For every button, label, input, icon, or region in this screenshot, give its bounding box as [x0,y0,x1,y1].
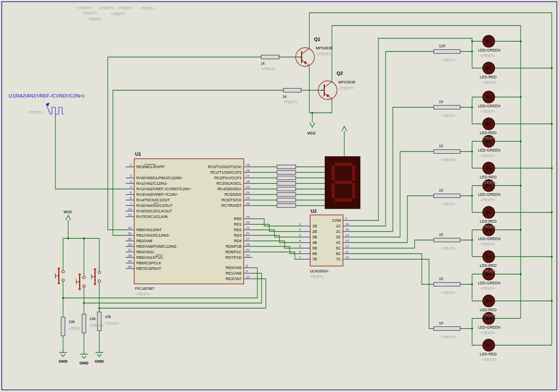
u2-ref: U2 [311,209,317,214]
u1-pin-number: 17 [246,174,250,178]
wire-net [460,41,552,345]
button-contact [83,276,85,279]
segment-series-resistor[interactable] [277,165,296,169]
u1-pin-name: RE1/AN6 [225,271,242,275]
u2-pin-name: 3C [336,235,341,239]
junction-dot [471,106,473,108]
segment-series-resistor[interactable] [277,182,296,186]
u2-pin-name: 7B [312,257,317,261]
vcc-terminal-up-icon[interactable] [342,126,347,131]
u1-pin-number: 37 [128,248,132,252]
led-green-label: LED-GREEN [478,237,501,241]
u1-pin-number: 9 [246,269,248,273]
q2-base-resistor[interactable] [283,89,301,92]
u1-pin-number: 7 [130,202,132,206]
u1-pin-number: 16 [246,169,250,172]
led-placeholder: <TEXT> [481,242,495,246]
resistor-value: 10 [439,232,443,237]
led-red[interactable] [483,117,495,130]
segment-f [331,165,335,180]
q1-base-resistor[interactable] [261,55,279,59]
u2-pin-number: 2 [299,228,301,232]
u1-pin-number: 10 [246,275,250,279]
segment-b [352,165,355,180]
u2-pin-name: 4C [336,240,341,245]
junction-dot [67,237,69,239]
u2-pin-name: 3B [312,235,317,239]
resistor-value: 10k [105,315,111,319]
led-series-resistor[interactable] [434,106,460,109]
q1-placeholder: <TEXT> [317,52,331,56]
led-red[interactable] [483,206,495,218]
ground-terminal-icon[interactable] [95,349,103,357]
u1-ref: U1 [135,152,141,157]
transistor-q2[interactable] [318,81,337,100]
segment-series-resistor[interactable] [277,187,296,191]
resistor-placeholder: <TEXT> [441,291,456,295]
segment-series-resistor[interactable] [277,171,296,175]
vcc-terminal-up-icon[interactable] [66,215,71,220]
led-series-resistor[interactable] [434,50,460,54]
led-series-resistor[interactable] [434,238,460,242]
resistor-value: 10k [69,320,75,324]
u1-pin-number: 34 [128,232,132,235]
resistor-placeholder: <TEXT> [283,100,298,104]
wire-net [252,219,303,259]
u1-pin-number: 23 [246,185,250,189]
junction-dot [551,123,553,125]
pulse-generator[interactable] [46,103,64,114]
ground-terminal-icon[interactable] [80,351,88,358]
seven-segment-display[interactable] [325,157,360,209]
led-red-label: LED-RED [480,131,497,135]
segment-series-resistor[interactable] [277,204,296,208]
u2-pin-name: 6C [336,252,341,256]
u1-pin-name: RA5/AN4/SS/C2OUT [136,203,173,208]
vcc-label: VCC [63,209,72,214]
u1-pin-number: 13 [128,213,132,217]
u1-pin-name: RA6/OSC2/CLKOUT [136,209,172,213]
u1-pin-name: RD5/P1B [225,244,242,249]
annotation-placeholder: <TEXT> [111,12,125,16]
led-red-label: LED-RED [480,308,497,312]
transistor-q1[interactable] [296,48,314,66]
led-red[interactable] [483,162,495,174]
vcc-terminal-down-icon[interactable] [310,123,315,127]
led-series-resistor[interactable] [434,327,460,331]
schematic-canvas: U1(RA2/AN2/VREF-/CVREF/C2IN+) <TEXT> Q1 … [0,0,559,392]
resistor-placeholder: <TEXT> [441,114,456,118]
u2-pin-number: 3 [299,233,301,237]
annotation-placeholder: <TEXT> [99,6,114,10]
u1-pin-name: RD3 [234,233,242,237]
u1-pin-number: 35 [128,237,132,241]
u1-pin-name: RA2/AN2/VREF-/CVREF/C2IN+ [136,187,191,191]
u1-pin-number: 20 [246,220,250,224]
segment-series-resistor[interactable] [277,198,296,202]
u1-pin-name: RC2/P1A/CCP1 [214,176,242,180]
led-series-resistor[interactable] [434,283,460,286]
led-green-label: LED-GREEN [478,325,501,329]
led-series-resistor[interactable] [434,150,460,154]
u1-pin-number: 6 [130,196,132,200]
led-green[interactable] [483,91,495,103]
led-placeholder: <TEXT> [482,313,497,318]
u1-pin-name: RA0/AN0/ULPWU/C12IN0- [136,176,183,180]
led-red[interactable] [483,250,495,263]
led-red[interactable] [483,295,495,307]
ground-terminal-icon[interactable] [59,349,67,357]
u1-pin-name: RC4/SDI/SDA [217,187,242,191]
led-series-resistor[interactable] [434,194,460,198]
u1-pin-number: 22 [246,232,250,235]
pin-marker-dot [58,267,60,269]
led-red[interactable] [483,339,495,351]
segment-series-resistor[interactable] [277,176,296,180]
led-green[interactable] [483,35,495,47]
u1-pin-number: 38 [128,254,132,258]
u1-pin-name: RB1/AN10/C12IN3- [136,233,170,237]
segment-series-resistor[interactable] [277,193,296,197]
pulldown-resistor[interactable] [98,312,101,331]
led-red[interactable] [483,62,495,74]
led-placeholder: <TEXT> [482,180,497,185]
u2-pin-number: 16 [345,222,349,226]
pulldown-resistor[interactable] [61,317,65,336]
annotation-placeholder: <TEXT> [83,11,97,15]
